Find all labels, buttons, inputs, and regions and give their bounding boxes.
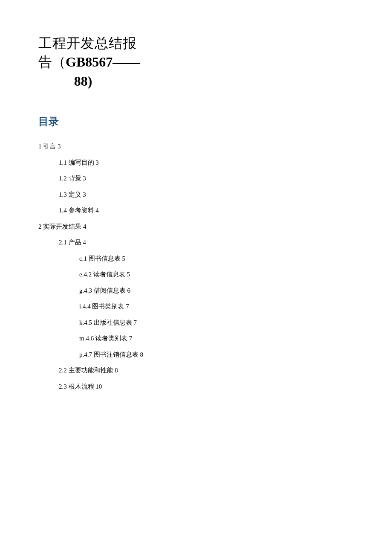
title-line-2b: GB8567—— <box>66 54 140 70</box>
toc-entry: 1.1 编写目的 3 <box>59 155 354 171</box>
toc-entry: k.4.5 出版社信息表 7 <box>79 315 354 331</box>
toc-entry: m.4.6 读者类别表 7 <box>79 331 354 347</box>
toc-entry: p.4.7 图书注销信息表 8 <box>79 347 354 363</box>
toc-entry: g.4.3 借阅信息表 6 <box>79 283 354 299</box>
title-line-1: 工程开发总结报 <box>38 34 354 53</box>
toc-entry: 1.3 定义 3 <box>59 187 354 203</box>
toc-entry: 2.3 根木流程 10 <box>59 379 354 395</box>
title-line-2: 告（GB8567—— <box>38 53 354 72</box>
toc-entry: 2.2 主要功能和性能 8 <box>59 363 354 379</box>
toc-heading: 目录 <box>38 115 354 128</box>
toc-entry: e.4.2 读者信息表 5 <box>79 267 354 283</box>
toc-entry: 2.1 产品 4 <box>59 235 354 251</box>
toc-entry: 2 实际开发结果 4 <box>38 219 354 235</box>
toc-entry: 1.4 参考资料 4 <box>59 203 354 219</box>
title-line-2a: 告（ <box>38 54 66 70</box>
document-title: 工程开发总结报 告（GB8567—— 88) <box>38 34 354 89</box>
toc-entry: i.4.4 图书类别表 7 <box>79 299 354 315</box>
document-page: 工程开发总结报 告（GB8567—— 88) 目录 1 引言 31.1 编写目的… <box>0 0 392 395</box>
toc-entry: 1.2 背景 3 <box>59 171 354 187</box>
title-line-3: 88) <box>38 73 128 89</box>
table-of-contents: 1 引言 31.1 编写目的 31.2 背景 31.3 定义 31.4 参考资料… <box>38 139 354 395</box>
toc-entry: 1 引言 3 <box>38 139 354 155</box>
toc-entry: c.1 图书信息表 5 <box>79 251 354 267</box>
